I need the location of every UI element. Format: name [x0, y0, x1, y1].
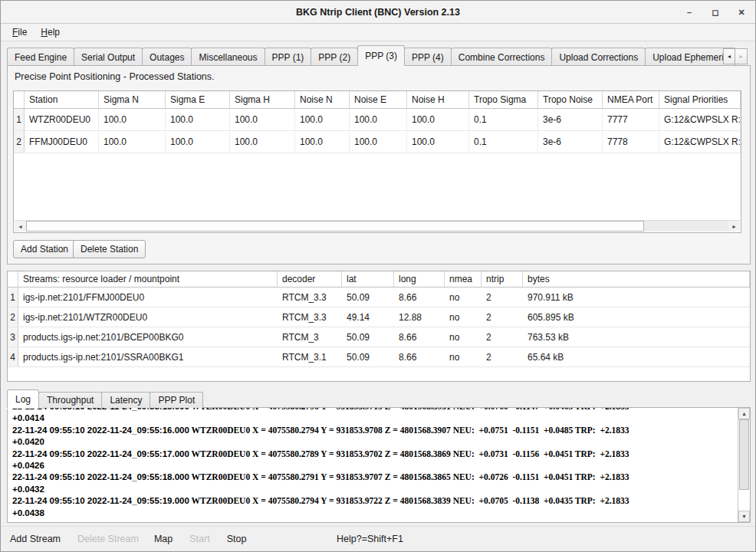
delete-station-button[interactable]: Delete Station — [73, 240, 146, 258]
column-header-tropo-sigma[interactable]: Tropo Sigma — [469, 91, 538, 109]
row-number[interactable]: 2 — [14, 131, 25, 153]
column-header-noise-h[interactable]: Noise H — [407, 91, 469, 109]
column-header-tropo-noise[interactable]: Tropo Noise — [538, 91, 603, 109]
cell-long[interactable]: 12.88 — [394, 307, 445, 327]
cell-lat[interactable]: 50.09 — [342, 327, 394, 347]
cell-nmea[interactable]: no — [445, 327, 482, 347]
tab-upload-corrections[interactable]: Upload Corrections — [551, 48, 646, 66]
stations-horizontal-scrollbar[interactable]: ◂ ▸ — [15, 220, 740, 232]
cell-streams-resource-loader-mountpoint[interactable]: igs-ip.net:2101/FFMJ00DEU0 — [18, 288, 278, 307]
cell-decoder[interactable]: RTCM_3 — [278, 327, 342, 347]
cell-station[interactable]: WTZR00DEU0 — [25, 109, 99, 131]
maximize-icon[interactable]: ◻ — [709, 6, 721, 18]
stream-row[interactable]: 1igs-ip.net:2101/FFMJ00DEU0RTCM_3.350.09… — [8, 288, 750, 307]
cell-lat[interactable]: 49.14 — [342, 307, 394, 327]
cell-station[interactable]: FFMJ00DEU0 — [25, 131, 99, 153]
bottom-tab-throughput[interactable]: Throughput — [38, 392, 102, 408]
title-bar[interactable]: BKG Ntrip Client (BNC) Version 2.13 – ◻ … — [1, 1, 755, 24]
close-icon[interactable]: ✕ — [735, 6, 748, 18]
cell-nmea[interactable]: no — [445, 307, 482, 327]
cell-noise-n[interactable]: 100.0 — [295, 131, 350, 153]
stations-table[interactable]: StationSigma NSigma ESigma HNoise NNoise… — [13, 90, 741, 233]
cell-streams-resource-loader-mountpoint[interactable]: products.igs-ip.net:2101/SSRA00BKG1 — [18, 347, 278, 367]
cell-tropo-sigma[interactable]: 0.1 — [469, 131, 538, 153]
cell-noise-n[interactable]: 100.0 — [295, 109, 350, 131]
column-header-rownum[interactable] — [14, 91, 25, 109]
log-panel[interactable]: 22-11-24 09:55:10 2022-11-24_09:55:15.00… — [7, 407, 751, 523]
station-row[interactable]: 1WTZR00DEU0100.0100.0100.0100.0100.0100.… — [14, 109, 741, 131]
column-header-signal-priorities[interactable]: Signal Priorities — [659, 91, 741, 109]
cell-lat[interactable]: 50.09 — [342, 288, 394, 307]
cell-lat[interactable]: 50.09 — [342, 347, 394, 367]
map-button[interactable]: Map — [151, 534, 176, 544]
column-header-decoder[interactable]: decoder — [278, 271, 342, 288]
scroll-right-arrow-icon[interactable]: ▸ — [728, 221, 740, 232]
cell-sigma-h[interactable]: 100.0 — [230, 109, 295, 131]
cell-nmea[interactable]: no — [445, 288, 482, 307]
row-number[interactable]: 1 — [14, 109, 25, 131]
tab-serial-output[interactable]: Serial Output — [74, 48, 143, 66]
stream-row[interactable]: 2igs-ip.net:2101/WTZR00DEU0RTCM_3.349.14… — [8, 307, 750, 327]
minimize-icon[interactable]: – — [683, 6, 695, 18]
cell-ntrip[interactable]: 2 — [482, 288, 523, 307]
cell-sigma-n[interactable]: 100.0 — [99, 109, 166, 131]
vscroll-thumb[interactable] — [739, 419, 749, 490]
cell-sigma-e[interactable]: 100.0 — [166, 109, 230, 131]
column-header-sigma-h[interactable]: Sigma H — [230, 91, 295, 109]
cell-noise-e[interactable]: 100.0 — [350, 131, 407, 153]
cell-long[interactable]: 8.66 — [394, 347, 445, 367]
hscroll-thumb[interactable] — [26, 221, 644, 232]
cell-sigma-n[interactable]: 100.0 — [99, 131, 166, 153]
scroll-down-arrow-icon[interactable]: ▾ — [738, 511, 750, 522]
add-station-button[interactable]: Add Station — [13, 240, 76, 258]
row-number[interactable]: 1 — [8, 288, 18, 307]
column-header-bytes[interactable]: bytes — [523, 271, 750, 288]
column-header-streams-resource-loader-mountpoint[interactable]: Streams: resource loader / mountpoint — [18, 271, 278, 288]
column-header-sigma-e[interactable]: Sigma E — [166, 91, 230, 109]
tab-outages[interactable]: Outages — [142, 48, 192, 66]
cell-ntrip[interactable]: 2 — [482, 307, 523, 327]
cell-bytes[interactable]: 65.64 kB — [523, 347, 750, 367]
cell-streams-resource-loader-mountpoint[interactable]: products.igs-ip.net:2101/BCEP00BKG0 — [18, 327, 278, 347]
cell-tropo-sigma[interactable]: 0.1 — [469, 109, 538, 131]
station-row[interactable]: 2FFMJ00DEU0100.0100.0100.0100.0100.0100.… — [14, 131, 741, 153]
menu-item-file[interactable]: File — [7, 25, 32, 39]
tab-ppp-1[interactable]: PPP (1) — [265, 48, 312, 66]
cell-nmea[interactable]: no — [445, 347, 482, 367]
cell-noise-e[interactable]: 100.0 — [350, 109, 407, 131]
column-header-nmea-port[interactable]: NMEA Port — [603, 91, 659, 109]
tab-ppp-2[interactable]: PPP (2) — [311, 48, 358, 66]
column-header-noise-n[interactable]: Noise N — [295, 91, 350, 109]
scroll-up-arrow-icon[interactable]: ▴ — [738, 408, 750, 419]
tab-ppp-3[interactable]: PPP (3) — [357, 45, 405, 66]
cell-bytes[interactable]: 605.895 kB — [523, 307, 750, 327]
tab-miscellaneous[interactable]: Miscellaneous — [191, 48, 265, 66]
tab-combine-corrections[interactable]: Combine Corrections — [451, 48, 553, 66]
column-header-noise-e[interactable]: Noise E — [350, 91, 407, 109]
streams-table[interactable]: Streams: resource loader / mountpointdec… — [7, 271, 751, 382]
cell-long[interactable]: 8.66 — [394, 288, 445, 307]
column-header-rownum[interactable] — [8, 271, 18, 288]
hscroll-track[interactable] — [26, 221, 728, 232]
row-number[interactable]: 3 — [8, 327, 18, 347]
bottom-tab-log[interactable]: Log — [7, 389, 39, 408]
cell-noise-h[interactable]: 100.0 — [407, 109, 469, 131]
stop-button[interactable]: Stop — [224, 534, 250, 544]
column-header-station[interactable]: Station — [25, 91, 99, 109]
cell-nmea-port[interactable]: 7777 — [603, 109, 659, 131]
cell-decoder[interactable]: RTCM_3.1 — [278, 347, 342, 367]
cell-decoder[interactable]: RTCM_3.3 — [278, 288, 342, 307]
cell-nmea-port[interactable]: 7778 — [603, 131, 659, 153]
cell-bytes[interactable]: 763.53 kB — [523, 327, 750, 347]
column-header-lat[interactable]: lat — [342, 271, 394, 288]
add-stream-button[interactable]: Add Stream — [7, 534, 64, 544]
tab-scroll-right-button[interactable]: ▸ — [735, 48, 748, 64]
cell-sigma-e[interactable]: 100.0 — [166, 131, 230, 153]
row-number[interactable]: 4 — [8, 347, 18, 367]
cell-signal-priorities[interactable]: G:12&CWPSLX R:12 — [659, 109, 741, 131]
log-vertical-scrollbar[interactable]: ▴ ▾ — [738, 408, 750, 522]
cell-long[interactable]: 8.66 — [394, 327, 445, 347]
cell-decoder[interactable]: RTCM_3.3 — [278, 307, 342, 327]
tab-feed-engine[interactable]: Feed Engine — [7, 48, 74, 66]
column-header-ntrip[interactable]: ntrip — [482, 271, 523, 288]
